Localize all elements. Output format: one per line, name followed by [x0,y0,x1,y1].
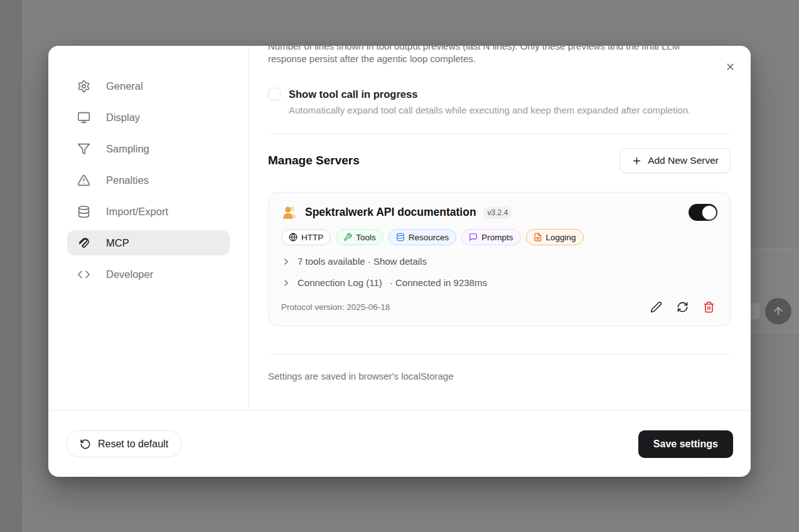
database-icon [396,233,405,242]
section-divider [268,354,731,354]
capability-tag-prompts: Prompts [461,229,520,245]
wrench-icon [343,233,352,242]
sidebar-item-label: Developer [106,269,153,280]
sidebar-item-sampling[interactable]: Sampling [67,136,230,161]
settings-dialog: GeneralDisplaySamplingPenaltiesImport/Ex… [48,46,751,477]
arrow-up-icon [772,305,785,317]
sidebar-item-general[interactable]: General [67,73,230,98]
storage-note: Settings are saved in browser's localSto… [268,371,731,381]
server-version-badge: v3.2.4 [483,206,513,219]
close-icon [725,61,736,72]
section-divider [268,134,731,134]
sidebar-item-developer[interactable]: Developer [67,262,230,287]
send-button [765,298,791,324]
settings-content: Number of lines shown in tool output pre… [249,46,751,410]
capability-tag-logging: Logging [526,229,584,245]
settings-sidebar: GeneralDisplaySamplingPenaltiesImport/Ex… [48,46,249,410]
alert-triangle-icon [77,174,90,187]
add-new-server-button[interactable]: Add New Server [619,148,731,173]
message-square-icon [469,233,478,242]
connection-status: · Connected in 9238ms [390,277,487,288]
tools-available-label[interactable]: 7 tools available · Show details [298,256,427,267]
manage-servers-header: Manage Servers Add New Server [268,148,731,173]
capability-label: Logging [546,233,576,242]
capability-label: HTTP [301,233,323,242]
tools-available-row[interactable]: 7 tools available · Show details [281,256,717,267]
mcp-icon [77,237,90,250]
protocol-version: Protocol version: 2025-06-18 [281,302,390,312]
capability-label: Resources [409,233,449,242]
refresh-icon [677,301,689,313]
checkbox-label[interactable]: Show tool call in progress [289,87,690,101]
globe-icon [289,233,298,242]
capability-tag-tools: Tools [336,229,383,245]
sidebar-item-label: Sampling [106,143,149,154]
connection-log-label[interactable]: Connection Log (11) [298,277,382,288]
plus-icon [631,156,642,166]
setting-description-clipped: Number of lines shown in tool output pre… [268,46,707,65]
checkbox-description: Automatically expand tool call details w… [289,104,690,117]
reset-icon [80,439,91,450]
chevron-right-icon [281,257,291,267]
sidebar-item-import-export[interactable]: Import/Export [67,199,230,224]
close-button[interactable] [722,59,737,74]
reset-to-default-label: Reset to default [98,439,168,450]
show-tool-call-checkbox[interactable] [268,88,281,100]
message-square-icon [469,233,478,242]
filter-icon [77,142,90,156]
server-actions [650,301,717,313]
sidebar-item-label: Penalties [106,174,149,186]
sidebar-item-label: General [106,80,143,92]
file-text-icon [534,233,542,242]
capability-label: Prompts [481,233,513,242]
background-app-sidebar [0,0,22,532]
server-name: Spektralwerk API documentation [305,206,476,219]
server-capability-tags: HTTPToolsResourcesPromptsLogging [281,229,717,245]
edit-server-button[interactable] [650,301,662,313]
sidebar-item-label: Import/Export [106,206,168,217]
add-new-server-label: Add New Server [648,155,719,166]
sidebar-item-label: Display [106,112,140,123]
server-enabled-toggle[interactable] [689,204,717,221]
capability-tag-resources: Resources [389,229,457,245]
database-icon [396,233,405,242]
connection-log-row[interactable]: Connection Log (11) · Connected in 9238m… [281,277,717,288]
toggle-knob [702,205,717,220]
chevron-right-icon [281,278,291,288]
monitor-icon [77,111,90,124]
capability-tag-http: HTTP [281,229,331,245]
sidebar-item-mcp[interactable]: MCP [67,230,230,255]
show-tool-call-option: Show tool call in progress Automatically… [268,87,731,117]
sidebar-item-label: MCP [106,237,129,248]
delete-server-button[interactable] [703,301,715,313]
file-text-icon [534,233,542,242]
manage-servers-heading: Manage Servers [268,154,360,168]
save-settings-button[interactable]: Save settings [638,430,733,458]
capability-label: Tools [356,233,376,242]
pencil-icon [650,301,662,313]
wrench-icon [343,233,352,242]
dialog-footer: Reset to default Save settings [48,410,751,477]
refresh-server-button[interactable] [677,301,689,313]
globe-icon [289,233,298,242]
server-bust-icon [281,205,298,221]
database-icon [77,205,90,218]
code-icon [77,268,90,281]
reset-to-default-button[interactable]: Reset to default [66,430,182,457]
trash-icon [703,301,715,313]
server-card: Spektralwerk API documentation v3.2.4 HT… [268,192,731,326]
sidebar-item-penalties[interactable]: Penalties [67,168,230,193]
server-card-footer: Protocol version: 2025-06-18 [281,301,717,313]
server-card-header: Spektralwerk API documentation v3.2.4 [281,204,717,221]
sidebar-item-display[interactable]: Display [67,105,230,130]
gear-icon [77,80,90,93]
